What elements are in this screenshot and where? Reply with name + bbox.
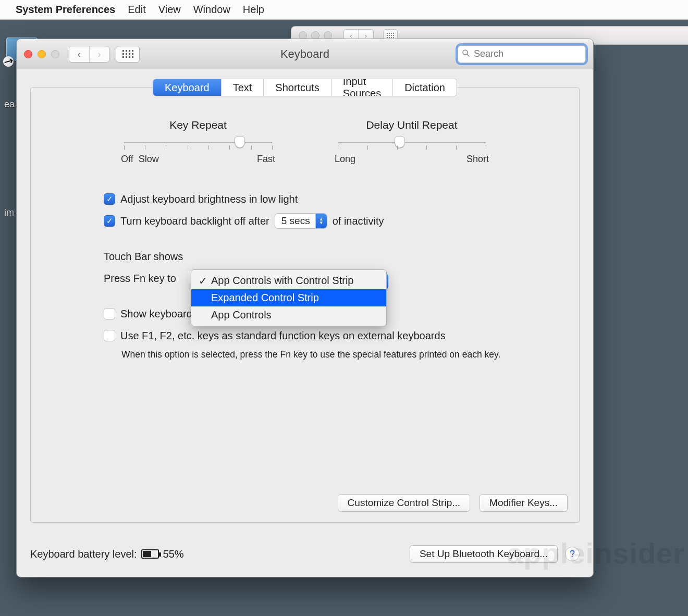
auto-brightness-label: Adjust keyboard brightness in low light xyxy=(120,191,298,207)
backlight-off-label-before: Turn keyboard backlight off after xyxy=(120,213,269,229)
modifier-keys-button[interactable]: Modifier Keys... xyxy=(480,494,568,512)
fn-keys-checkbox[interactable] xyxy=(104,330,115,341)
key-repeat-off: Off xyxy=(121,154,133,164)
delay-short: Short xyxy=(466,154,489,165)
desktop-label-2: im xyxy=(4,207,14,218)
tab-text[interactable]: Text xyxy=(222,79,264,96)
keyboard-panel: Keyboard Text Shortcuts Input Sources Di… xyxy=(30,87,580,523)
traffic-lights xyxy=(24,50,59,58)
menubar-view[interactable]: View xyxy=(158,4,181,16)
backlight-timeout-value: 5 secs xyxy=(281,213,315,229)
search-input[interactable] xyxy=(458,45,586,63)
minimize-button[interactable] xyxy=(38,50,46,58)
close-button[interactable] xyxy=(24,50,32,58)
nav-back-forward: ‹ › xyxy=(69,46,109,63)
forward-button[interactable]: › xyxy=(89,46,109,62)
touchbar-option-app-controls-strip[interactable]: ✓ App Controls with Control Strip xyxy=(191,272,386,289)
tab-dictation[interactable]: Dictation xyxy=(393,79,457,96)
backlight-off-label-after: of inactivity xyxy=(333,213,384,229)
tab-shortcuts[interactable]: Shortcuts xyxy=(264,79,331,96)
battery-percent: 55% xyxy=(163,548,184,560)
window-footer: Keyboard battery level: 55% Set Up Bluet… xyxy=(17,538,593,577)
touchbar-shows-menu: ✓ App Controls with Control Strip Expand… xyxy=(191,269,387,326)
option-label: App Controls xyxy=(211,309,272,321)
backlight-timeout-select[interactable]: 5 secs ▲▼ xyxy=(275,213,327,229)
back-button[interactable]: ‹ xyxy=(69,46,89,62)
preferences-window: ‹ › Keyboard Keyboard Text Shortcuts Inp… xyxy=(16,39,594,577)
desktop-label-1: ea xyxy=(4,99,15,110)
key-repeat-title: Key Repeat xyxy=(120,119,276,131)
setup-bluetooth-button[interactable]: Set Up Bluetooth Keyboard... xyxy=(410,545,558,563)
touchbar-option-expanded-strip[interactable]: Expanded Control Strip xyxy=(191,289,386,306)
svg-line-1 xyxy=(467,54,469,56)
show-all-button[interactable] xyxy=(116,46,140,63)
menubar-edit[interactable]: Edit xyxy=(128,4,145,16)
auto-brightness-checkbox[interactable]: ✓ xyxy=(104,193,115,205)
search-icon xyxy=(462,49,470,60)
tab-keyboard[interactable]: Keyboard xyxy=(153,79,222,96)
delay-repeat-title: Delay Until Repeat xyxy=(334,119,490,131)
menubar-app[interactable]: System Preferences xyxy=(16,4,115,16)
press-fn-label: Press Fn key to xyxy=(104,270,176,287)
titlebar: ‹ › Keyboard xyxy=(17,39,593,69)
delay-repeat-section: Delay Until Repeat Long Short xyxy=(334,119,490,165)
delay-long: Long xyxy=(335,154,355,165)
grid-icon xyxy=(122,50,133,58)
alias-arrow-icon: ↗ xyxy=(1,54,15,68)
select-stepper-icon: ▲▼ xyxy=(315,214,327,228)
zoom-button[interactable] xyxy=(51,50,59,58)
show-emoji-checkbox[interactable] xyxy=(104,308,115,319)
fn-keys-note: When this option is selected, press the … xyxy=(121,347,579,362)
menubar-help[interactable]: Help xyxy=(243,4,264,16)
tab-bar: Keyboard Text Shortcuts Input Sources Di… xyxy=(153,79,457,96)
key-repeat-section: Key Repeat Off Slow Fast xyxy=(120,119,276,165)
checkmark-icon: ✓ xyxy=(198,275,208,287)
backlight-off-checkbox[interactable]: ✓ xyxy=(104,215,115,227)
battery-label: Keyboard battery level: xyxy=(30,548,137,560)
battery-icon xyxy=(141,549,159,559)
option-label: Expanded Control Strip xyxy=(211,292,319,304)
key-repeat-fast: Fast xyxy=(257,154,275,165)
touchbar-shows-label: Touch Bar shows xyxy=(104,248,183,265)
touchbar-option-app-controls[interactable]: App Controls xyxy=(191,306,386,324)
slider-ticks xyxy=(124,145,272,152)
menubar-window[interactable]: Window xyxy=(193,4,230,16)
option-label: App Controls with Control Strip xyxy=(211,275,353,287)
fn-keys-label: Use F1, F2, etc. keys as standard functi… xyxy=(120,327,446,344)
key-repeat-slider[interactable] xyxy=(124,142,272,143)
tab-input-sources[interactable]: Input Sources xyxy=(331,79,393,96)
help-button[interactable]: ? xyxy=(565,547,580,561)
delay-repeat-slider[interactable] xyxy=(338,142,486,143)
customize-control-strip-button[interactable]: Customize Control Strip... xyxy=(338,494,470,512)
menubar: System Preferences Edit View Window Help xyxy=(0,0,688,20)
key-repeat-slow: Slow xyxy=(139,154,159,164)
slider-ticks xyxy=(338,145,486,152)
